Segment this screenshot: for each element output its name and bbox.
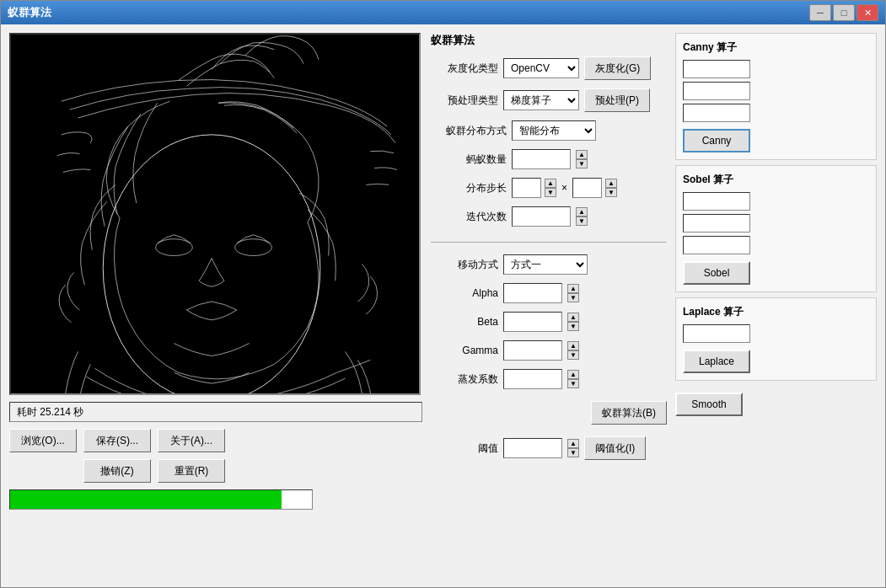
gray-type-label: 灰度化类型 (431, 61, 498, 76)
image-display (9, 33, 421, 395)
beta-label: Beta (431, 316, 498, 328)
left-panel: 耗时 25.214 秒 浏览(O)... 保存(S)... 关于(A)... 撤… (9, 33, 422, 579)
ant-dist-row: 蚁群分布方式 智能分布 (431, 120, 667, 141)
preprocess-label: 预处理类型 (431, 94, 498, 108)
gray-type-row: 灰度化类型 OpenCV 灰度化(G) (431, 56, 667, 80)
canny-input-3[interactable]: 3 (683, 104, 750, 122)
move-row: 移动方式 方式一 (431, 254, 667, 275)
iter-label: 迭代次数 (431, 210, 507, 224)
threshold-button[interactable]: 阈值化(I) (584, 436, 646, 460)
sobel-section: Sobel 算子 1 1 3 Sobel (675, 165, 877, 292)
ant-count-up[interactable]: ▲ (576, 150, 588, 159)
alpha-up[interactable]: ▲ (567, 284, 579, 293)
iter-input[interactable]: 765 (512, 206, 571, 227)
right-panel: Canny 算子 150 50 3 Canny Sobel 算子 1 1 3 S… (675, 33, 877, 579)
threshold-row: 阈值 0.23 ▲ ▼ 阈值化(I) (431, 436, 667, 460)
minimize-button[interactable]: ─ (809, 4, 831, 21)
evap-up[interactable]: ▲ (567, 370, 579, 379)
about-button[interactable]: 关于(A)... (158, 429, 225, 452)
main-window: 蚁群算法 ─ □ ✕ (0, 0, 886, 588)
iter-up[interactable]: ▲ (576, 207, 588, 216)
step-inputs: 3 ▲ ▼ × 3 ▲ ▼ (512, 178, 617, 198)
evap-input[interactable]: 0.1 (503, 369, 562, 389)
ant-dist-select[interactable]: 智能分布 (512, 120, 596, 141)
canvas-svg (11, 35, 419, 393)
beta-spinner: ▲ ▼ (567, 313, 579, 331)
move-select[interactable]: 方式一 (503, 254, 588, 275)
title-bar: 蚁群算法 ─ □ ✕ (1, 1, 885, 24)
gamma-up[interactable]: ▲ (567, 341, 579, 350)
cancel-button[interactable]: 撤销(Z) (83, 459, 151, 483)
browse-button[interactable]: 浏览(O)... (9, 429, 77, 452)
laplace-input-1[interactable]: 3 (683, 324, 750, 343)
step-y-spinner: ▲ ▼ (605, 179, 617, 197)
maximize-button[interactable]: □ (833, 4, 855, 21)
secondary-buttons: 撤销(Z) 重置(R) (9, 459, 422, 483)
alpha-down[interactable]: ▼ (567, 293, 579, 302)
gray-type-select[interactable]: OpenCV (503, 58, 579, 78)
sobel-button[interactable]: Sobel (683, 261, 750, 285)
close-button[interactable]: ✕ (856, 4, 878, 21)
preprocess-button[interactable]: 预处理(P) (584, 88, 650, 112)
laplace-button[interactable]: Laplace (683, 350, 750, 373)
step-x-up[interactable]: ▲ (545, 179, 556, 188)
primary-buttons: 浏览(O)... 保存(S)... 关于(A)... (9, 429, 422, 452)
window-controls: ─ □ ✕ (809, 4, 878, 21)
ant-btn-row: 蚁群算法(B) (431, 401, 667, 425)
alpha-input[interactable]: 0 (503, 283, 562, 303)
canny-input-1[interactable]: 150 (683, 60, 750, 78)
content-area: 耗时 25.214 秒 浏览(O)... 保存(S)... 关于(A)... 撤… (1, 24, 885, 587)
beta-input[interactable]: 1 (503, 312, 562, 332)
sobel-input-3[interactable]: 3 (683, 236, 750, 254)
threshold-down[interactable]: ▼ (567, 448, 579, 457)
threshold-spinner: ▲ ▼ (567, 439, 579, 457)
move-label: 移动方式 (431, 258, 498, 272)
beta-down[interactable]: ▼ (567, 322, 579, 331)
smooth-button[interactable]: Smooth (675, 393, 743, 416)
preprocess-row: 预处理类型 梯度算子 预处理(P) (431, 88, 667, 112)
gray-button[interactable]: 灰度化(G) (584, 56, 651, 80)
ant-count-down[interactable]: ▼ (576, 159, 588, 168)
iter-down[interactable]: ▼ (576, 216, 588, 226)
sobel-input-2[interactable]: 1 (683, 214, 750, 233)
progress-bar-fill (10, 490, 282, 509)
step-y-down[interactable]: ▼ (605, 188, 617, 197)
step-y-input[interactable]: 3 (572, 178, 602, 198)
status-bar: 耗时 25.214 秒 (9, 402, 422, 422)
sobel-input-1[interactable]: 1 (683, 192, 750, 211)
middle-section-title: 蚁群算法 (431, 33, 667, 48)
save-button[interactable]: 保存(S)... (83, 429, 151, 452)
ant-count-label: 蚂蚁数量 (431, 152, 507, 167)
beta-up[interactable]: ▲ (567, 313, 579, 322)
gamma-down[interactable]: ▼ (567, 350, 579, 360)
step-multiply-symbol: × (561, 182, 567, 194)
threshold-input[interactable]: 0.23 (503, 438, 562, 458)
middle-panel: 蚁群算法 灰度化类型 OpenCV 灰度化(G) 预处理类型 梯度算子 预处理(… (431, 33, 667, 579)
alpha-label: Alpha (431, 287, 498, 299)
preprocess-select[interactable]: 梯度算子 (503, 90, 579, 110)
reset-button[interactable]: 重置(R) (158, 459, 225, 483)
status-text: 耗时 25.214 秒 (9, 402, 422, 422)
gamma-input[interactable]: 0 (503, 340, 562, 361)
threshold-up[interactable]: ▲ (567, 439, 579, 448)
canny-input-2[interactable]: 50 (683, 82, 750, 100)
step-x-input[interactable]: 3 (512, 178, 541, 198)
step-y-up[interactable]: ▲ (605, 179, 617, 188)
progress-bar-container (9, 489, 313, 510)
step-row: 分布步长 3 ▲ ▼ × 3 ▲ ▼ (431, 178, 667, 198)
step-x-down[interactable]: ▼ (545, 188, 556, 197)
canny-title: Canny 算子 (683, 40, 869, 55)
ant-count-row: 蚂蚁数量 29241 ▲ ▼ (431, 149, 667, 169)
ant-algorithm-button[interactable]: 蚁群算法(B) (591, 401, 667, 425)
alpha-spinner: ▲ ▼ (567, 284, 579, 302)
beta-row: Beta 1 ▲ ▼ (431, 312, 667, 332)
gamma-spinner: ▲ ▼ (567, 341, 579, 360)
ant-count-input[interactable]: 29241 (512, 149, 571, 169)
gamma-label: Gamma (431, 345, 498, 356)
evap-down[interactable]: ▼ (567, 379, 579, 388)
gamma-row: Gamma 0 ▲ ▼ (431, 340, 667, 361)
smooth-area: Smooth (675, 389, 877, 416)
step-label: 分布步长 (431, 181, 507, 195)
svg-rect-0 (11, 35, 418, 393)
canny-button[interactable]: Canny (683, 129, 750, 152)
